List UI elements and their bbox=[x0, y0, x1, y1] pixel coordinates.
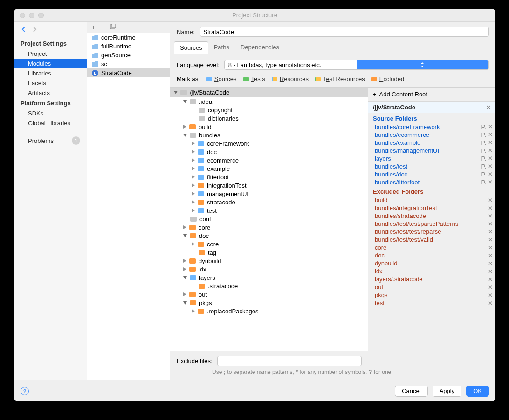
mark-sources-button[interactable]: Sources bbox=[206, 75, 237, 82]
language-level-select[interactable]: 8 - Lambdas, type annotations etc. bbox=[224, 60, 489, 70]
remove-folder-icon[interactable]: ✕ bbox=[488, 229, 493, 235]
exc-folder-row[interactable]: bundles/stratacode✕ bbox=[368, 212, 495, 220]
folder-tree[interactable]: /jjv/StrataCode .ideacopyrightdictionari… bbox=[170, 88, 368, 351]
src-folder-row[interactable]: bundles/exampleP.✕ bbox=[368, 139, 495, 147]
remove-folder-icon[interactable]: ✕ bbox=[488, 252, 493, 259]
expand-icon[interactable] bbox=[183, 267, 186, 271]
properties-icon[interactable]: P. bbox=[481, 179, 486, 186]
nav-back-icon[interactable] bbox=[21, 27, 27, 34]
tree-node[interactable]: ecommerce bbox=[170, 156, 368, 164]
tree-node[interactable]: example bbox=[170, 164, 368, 173]
remove-folder-icon[interactable]: ✕ bbox=[488, 276, 493, 283]
remove-folder-icon[interactable]: ✕ bbox=[488, 292, 493, 298]
remove-folder-icon[interactable]: ✕ bbox=[488, 260, 493, 267]
tree-node[interactable]: bundles bbox=[170, 131, 368, 139]
exc-folder-row[interactable]: idx✕ bbox=[368, 267, 495, 275]
tree-node[interactable]: doc bbox=[170, 148, 368, 156]
remove-folder-icon[interactable]: ✕ bbox=[488, 268, 493, 275]
expand-icon[interactable] bbox=[192, 183, 195, 187]
src-folder-row[interactable]: bundles/managementUIP.✕ bbox=[368, 147, 495, 155]
exc-folder-row[interactable]: bundles/test/test/parsePatterns✕ bbox=[368, 220, 495, 228]
module-item-coreruntime[interactable]: coreRuntime bbox=[87, 33, 170, 42]
properties-icon[interactable]: P. bbox=[481, 131, 486, 138]
copy-module-icon[interactable] bbox=[110, 24, 116, 31]
sidebar-item-problems[interactable]: Problems 1 bbox=[14, 135, 87, 147]
exc-folder-row[interactable]: out✕ bbox=[368, 283, 495, 291]
exc-folder-row[interactable]: bundles/integrationTest✕ bbox=[368, 204, 495, 212]
collapse-icon[interactable] bbox=[183, 234, 187, 237]
minimize-dot[interactable] bbox=[29, 13, 34, 18]
collapse-icon[interactable] bbox=[183, 100, 187, 103]
expand-icon[interactable] bbox=[183, 292, 186, 296]
remove-folder-icon[interactable]: ✕ bbox=[488, 131, 493, 138]
properties-icon[interactable]: P. bbox=[481, 171, 486, 178]
expand-icon[interactable] bbox=[192, 150, 195, 154]
sidebar-item-project[interactable]: Project bbox=[14, 49, 87, 59]
tree-node[interactable]: fitterfoot bbox=[170, 173, 368, 181]
exc-folder-row[interactable]: layers/.stratacode✕ bbox=[368, 275, 495, 283]
sidebar-item-global-libraries[interactable]: Global Libraries bbox=[14, 118, 87, 128]
mark-tests-button[interactable]: Tests bbox=[243, 75, 265, 82]
apply-button[interactable]: Apply bbox=[433, 386, 462, 397]
content-root-row[interactable]: /jjv/StrataCode ✕ bbox=[368, 102, 495, 113]
expand-icon[interactable] bbox=[192, 209, 195, 212]
tree-root-row[interactable]: /jjv/StrataCode bbox=[170, 88, 368, 97]
tree-node[interactable]: .replacedPackages bbox=[170, 307, 368, 315]
tab-sources[interactable]: Sources bbox=[174, 41, 208, 54]
sidebar-item-libraries[interactable]: Libraries bbox=[14, 68, 87, 78]
remove-root-icon[interactable]: ✕ bbox=[486, 104, 491, 111]
tree-node[interactable]: pkgs bbox=[170, 298, 368, 307]
remove-folder-icon[interactable]: ✕ bbox=[488, 139, 493, 146]
cancel-button[interactable]: Cancel bbox=[395, 386, 427, 397]
exc-folder-row[interactable]: dynbuild✕ bbox=[368, 259, 495, 267]
tree-node[interactable]: idx bbox=[170, 265, 368, 273]
tree-node[interactable]: stratacode bbox=[170, 198, 368, 206]
add-content-root-button[interactable]: + Add Content Root bbox=[368, 88, 495, 102]
tree-node[interactable]: core bbox=[170, 223, 368, 231]
remove-folder-icon[interactable]: ✕ bbox=[488, 237, 493, 243]
remove-folder-icon[interactable]: ✕ bbox=[488, 205, 493, 211]
expand-icon[interactable] bbox=[192, 242, 195, 246]
expand-icon[interactable] bbox=[183, 125, 186, 129]
exc-folder-row[interactable]: doc✕ bbox=[368, 251, 495, 259]
exc-folder-row[interactable]: core✕ bbox=[368, 244, 495, 251]
properties-icon[interactable]: P. bbox=[481, 147, 486, 154]
properties-icon[interactable]: P. bbox=[481, 155, 486, 162]
tree-node[interactable]: out bbox=[170, 290, 368, 298]
remove-folder-icon[interactable]: ✕ bbox=[488, 155, 493, 162]
expand-icon[interactable] bbox=[192, 175, 195, 179]
close-dot[interactable] bbox=[20, 13, 25, 18]
exclude-files-input[interactable] bbox=[217, 356, 362, 366]
remove-folder-icon[interactable]: ✕ bbox=[488, 197, 493, 203]
sidebar-item-modules[interactable]: Modules bbox=[14, 59, 87, 68]
collapse-icon[interactable] bbox=[183, 276, 187, 279]
sidebar-item-facets[interactable]: Facets bbox=[14, 78, 87, 88]
remove-folder-icon[interactable]: ✕ bbox=[488, 300, 493, 306]
tree-node[interactable]: conf bbox=[170, 215, 368, 223]
src-folder-row[interactable]: bundles/fitterfootP.✕ bbox=[368, 178, 495, 186]
src-folder-row[interactable]: bundles/testP.✕ bbox=[368, 163, 495, 170]
module-item-gensource[interactable]: genSource bbox=[87, 51, 170, 60]
src-folder-row[interactable]: bundles/ecommerceP.✕ bbox=[368, 131, 495, 139]
remove-folder-icon[interactable]: ✕ bbox=[488, 147, 493, 154]
expand-icon[interactable] bbox=[192, 142, 195, 145]
expand-icon[interactable] bbox=[192, 192, 195, 196]
remove-module-icon[interactable]: − bbox=[101, 24, 105, 31]
tree-node[interactable]: dynbuild bbox=[170, 257, 368, 265]
mark-test-resources-button[interactable]: Test Resources bbox=[315, 75, 365, 82]
remove-folder-icon[interactable]: ✕ bbox=[488, 244, 493, 251]
expand-icon[interactable] bbox=[174, 91, 178, 94]
tree-node[interactable]: dictionaries bbox=[170, 114, 368, 122]
remove-folder-icon[interactable]: ✕ bbox=[488, 123, 493, 130]
ok-button[interactable]: OK bbox=[466, 386, 489, 397]
tree-node[interactable]: managementUI bbox=[170, 190, 368, 198]
remove-folder-icon[interactable]: ✕ bbox=[488, 221, 493, 227]
expand-icon[interactable] bbox=[183, 225, 186, 229]
expand-icon[interactable] bbox=[192, 167, 195, 170]
zoom-dot[interactable] bbox=[38, 13, 44, 18]
properties-icon[interactable]: P. bbox=[481, 163, 486, 170]
expand-icon[interactable] bbox=[192, 200, 195, 204]
tree-node[interactable]: .idea bbox=[170, 97, 368, 106]
src-folder-row[interactable]: layersP.✕ bbox=[368, 155, 495, 163]
tree-node[interactable]: test bbox=[170, 206, 368, 215]
